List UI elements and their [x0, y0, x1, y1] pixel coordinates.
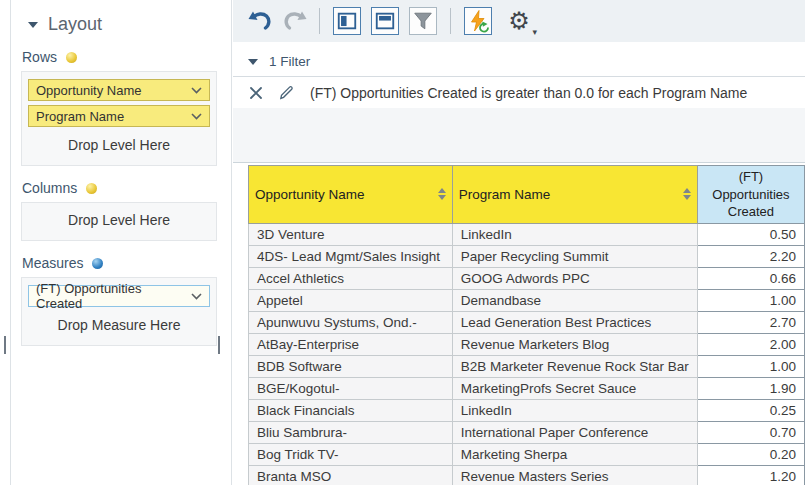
table-cell[interactable]: Marketing Sherpa	[452, 443, 697, 465]
undo-icon	[247, 8, 274, 34]
table-cell[interactable]: LinkedIn	[452, 399, 697, 421]
measure-dot-icon	[92, 258, 103, 269]
collapse-arrow-icon	[28, 22, 38, 28]
table-cell[interactable]: Paper Recycling Summit	[452, 245, 697, 267]
measure-field-select-opportunities-created[interactable]: (FT) Opportunities Created	[28, 285, 210, 307]
table-cell[interactable]: Revenue Masters Series	[452, 465, 697, 485]
table-cell[interactable]: GOOG Adwords PPC	[452, 267, 697, 289]
table-cell[interactable]: Apunwuvu Systums, Ond.-	[249, 311, 453, 333]
dimension-dot-icon	[86, 183, 97, 194]
table-row: BDB SoftwareB2B Marketer Revenue Rock St…	[249, 355, 805, 377]
table-cell[interactable]: International Paper Conference	[452, 421, 697, 443]
filter-panel-button[interactable]	[409, 7, 437, 35]
table-cell[interactable]: Revenue Marketers Blog	[452, 333, 697, 355]
table-cell[interactable]: LinkedIn	[452, 223, 697, 245]
layout-left-panel-button[interactable]	[333, 7, 361, 35]
table-row: AppetelDemandbase1.00	[249, 289, 805, 311]
table-cell[interactable]: Bliu Sambrura-	[249, 421, 453, 443]
remove-filter-icon[interactable]	[249, 86, 263, 100]
table-cell[interactable]: Appetel	[249, 289, 453, 311]
auto-refresh-lightning-icon	[466, 9, 490, 33]
chevron-down-icon	[191, 293, 202, 300]
table-cell[interactable]: 0.20	[697, 443, 804, 465]
sort-icon[interactable]	[683, 188, 691, 200]
table-cell[interactable]: 1.90	[697, 377, 804, 399]
columns-label: Columns	[22, 180, 77, 196]
dimension-dot-icon	[66, 52, 77, 63]
table-row: Bliu Sambrura-International Paper Confer…	[249, 421, 805, 443]
drop-measure-hint: Drop Measure Here	[28, 311, 210, 343]
table-cell[interactable]: Branta MSO	[249, 465, 453, 485]
table-cell[interactable]: Black Financials	[249, 399, 453, 421]
column-header-program-name[interactable]: Program Name	[452, 166, 697, 224]
table-cell[interactable]: AtBay-Enterprise	[249, 333, 453, 355]
drop-level-hint: Drop Level Here	[28, 210, 210, 238]
table-cell[interactable]: 2.70	[697, 311, 804, 333]
table-cell[interactable]: 1.00	[697, 355, 804, 377]
chevron-down-icon	[191, 87, 202, 94]
columns-drop-zone[interactable]: Drop Level Here	[21, 202, 217, 241]
main-content: ⚙ ▾ 1 Filter (FT) Opportunities Created …	[233, 0, 805, 485]
toolbar: ⚙ ▾	[233, 0, 805, 42]
redo-button[interactable]	[279, 6, 309, 36]
edit-filter-pencil-icon[interactable]	[278, 84, 295, 101]
table-cell[interactable]: BDB Software	[249, 355, 453, 377]
column-header-opportunity-name[interactable]: Opportunity Name	[249, 166, 453, 224]
table-row: Apunwuvu Systums, Ond.-Lead Generation B…	[249, 311, 805, 333]
settings-button[interactable]: ⚙ ▾	[503, 6, 535, 36]
undo-button[interactable]	[245, 6, 275, 36]
table-cell[interactable]: Demandbase	[452, 289, 697, 311]
table-cell[interactable]: 0.66	[697, 267, 804, 289]
table-row: BGE/Kogotul-MarketingProfs Secret Sauce1…	[249, 377, 805, 399]
redo-icon	[281, 8, 308, 34]
table-cell[interactable]: Accel Athletics	[249, 267, 453, 289]
splitter-grip-icon[interactable]	[218, 336, 220, 354]
left-collapse-rail[interactable]	[0, 0, 11, 485]
auto-refresh-button[interactable]	[464, 7, 492, 35]
filter-description: (FT) Opportunities Created is greater th…	[310, 85, 747, 101]
filters-section-header[interactable]: 1 Filter	[233, 42, 805, 76]
field-label: (FT) Opportunities Created	[36, 281, 191, 311]
table-header-row: Opportunity Name Program Name (FT) Oppor…	[249, 166, 805, 224]
layout-panel-header[interactable]: Layout	[28, 14, 217, 35]
table-cell[interactable]: BGE/Kogotul-	[249, 377, 453, 399]
left-rail-grip-icon[interactable]	[4, 336, 6, 354]
column-header-label: (FT) Opportunities Created	[712, 169, 789, 219]
table-cell[interactable]: 0.50	[697, 223, 804, 245]
table-cell[interactable]: B2B Marketer Revenue Rock Star Bar	[452, 355, 697, 377]
collapse-arrow-icon	[248, 59, 258, 65]
row-field-select-opportunity-name[interactable]: Opportunity Name	[28, 79, 210, 101]
table-row: AtBay-EnterpriseRevenue Marketers Blog2.…	[249, 333, 805, 355]
layout-top-panel-button[interactable]	[371, 7, 399, 35]
layout-left-panel-icon	[336, 10, 358, 32]
table-cell[interactable]: Bog Tridk TV-	[249, 443, 453, 465]
table-cell[interactable]: Lead Generation Best Practices	[452, 311, 697, 333]
filters-empty-area	[233, 108, 805, 163]
measures-drop-zone[interactable]: (FT) Opportunities Created Drop Measure …	[21, 277, 217, 346]
table-row: Accel AthleticsGOOG Adwords PPC0.66	[249, 267, 805, 289]
results-table: Opportunity Name Program Name (FT) Oppor…	[248, 165, 805, 485]
table-cell[interactable]: 4DS- Lead Mgmt/Sales Insight	[249, 245, 453, 267]
layout-top-panel-icon	[374, 10, 396, 32]
table-cell[interactable]: 0.70	[697, 421, 804, 443]
table-row: Black FinancialsLinkedIn0.25	[249, 399, 805, 421]
sort-icon[interactable]	[438, 188, 446, 200]
table-cell[interactable]: 1.20	[697, 465, 804, 485]
column-header-label: Opportunity Name	[255, 187, 365, 202]
table-cell[interactable]: 2.00	[697, 333, 804, 355]
table-row: 4DS- Lead Mgmt/Sales InsightPaper Recycl…	[249, 245, 805, 267]
table-cell[interactable]: 0.25	[697, 399, 804, 421]
row-field-select-program-name[interactable]: Program Name	[28, 105, 210, 127]
table-cell[interactable]: MarketingProfs Secret Sauce	[452, 377, 697, 399]
field-label: Opportunity Name	[36, 83, 142, 98]
rows-drop-zone[interactable]: Opportunity Name Program Name Drop Level…	[21, 71, 217, 166]
rows-section-label: Rows	[22, 49, 217, 65]
table-row: Branta MSORevenue Masters Series1.20	[249, 465, 805, 485]
table-cell[interactable]: 3D Venture	[249, 223, 453, 245]
table-cell[interactable]: 2.20	[697, 245, 804, 267]
columns-section-label: Columns	[22, 180, 217, 196]
column-header-opportunities-created[interactable]: (FT) Opportunities Created	[697, 166, 804, 224]
table-cell[interactable]: 1.00	[697, 289, 804, 311]
field-label: Program Name	[36, 109, 124, 124]
table-row: 3D VentureLinkedIn0.50	[249, 223, 805, 245]
